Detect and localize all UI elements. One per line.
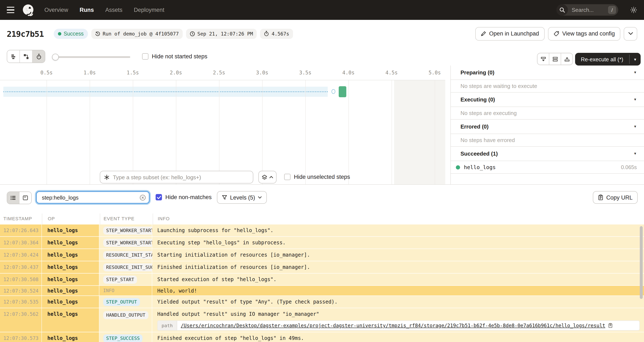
log-message: Handled output "result" using IO manager…	[157, 311, 640, 317]
log-row-3[interactable]: 12:07:30.437hello_logsRESOURCE_INIT_SUCC…	[0, 261, 644, 274]
copy-path-icon[interactable]	[608, 323, 613, 328]
log-event-type: HANDLED_OUTPUT	[99, 308, 152, 332]
log-timestamp[interactable]: 12:07:30.508	[0, 274, 42, 285]
step-section-empty-text: No steps are waiting to execute	[451, 80, 644, 92]
expand-top-panel-button[interactable]	[561, 53, 572, 65]
nav-link-deployment[interactable]: Deployment	[134, 7, 164, 13]
collapse-caret-icon[interactable]: ▼	[634, 70, 637, 74]
run-actions-chevron-button[interactable]	[624, 27, 637, 40]
step-section-header-3[interactable]: Succeeded (1)▼	[451, 147, 644, 161]
collapse-caret-icon[interactable]: ▼	[634, 152, 637, 156]
run-tag-1[interactable]: Sep 21, 12:07:26 PM	[186, 28, 257, 39]
log-filter-input[interactable]	[41, 194, 140, 201]
dagster-logo-icon[interactable]	[21, 3, 35, 17]
gantt-flat-view-button[interactable]	[7, 50, 20, 62]
log-row-0[interactable]: 12:07:26.643hello_logsSTEP_WORKER_STARTI…	[0, 224, 644, 237]
step-waiting-dotted-line	[4, 91, 328, 92]
event-type-badge: INFO	[103, 286, 117, 295]
gantt-view-mode-segmented	[7, 50, 45, 63]
nav-link-assets[interactable]: Assets	[105, 7, 122, 13]
gantt-waterfall-view-button[interactable]	[20, 50, 32, 62]
open-in-launchpad-button[interactable]: Open in Launchpad	[475, 27, 545, 40]
split-panels-button[interactable]	[549, 53, 561, 65]
gridline	[46, 80, 47, 184]
log-event-type: STEP_START	[99, 274, 152, 285]
reexecute-all-button[interactable]: Re-execute all (*) ▾	[575, 53, 640, 66]
log-timestamp[interactable]: 12:07:30.437	[0, 261, 42, 273]
log-op[interactable]: hello_logs	[42, 308, 99, 332]
expand-bottom-panel-button[interactable]	[538, 53, 549, 65]
path-link[interactable]: /Users/erincochran/Desktop/dagster-examp…	[181, 322, 605, 328]
log-op[interactable]: hello_logs	[42, 249, 99, 261]
step-marker-dot[interactable]	[332, 89, 335, 94]
copy-url-button[interactable]: Copy URL	[592, 191, 638, 204]
log-table-rows: 12:07:26.643hello_logsSTEP_WORKER_STARTI…	[0, 224, 644, 342]
levels-dropdown[interactable]: Levels (5)	[217, 191, 267, 204]
log-row-2[interactable]: 12:07:30.424hello_logsRESOURCE_INIT_STAR…	[0, 249, 644, 261]
step-section-header-1[interactable]: Executing (0)▼	[451, 92, 644, 107]
chevron-down-icon	[628, 32, 633, 35]
log-timestamp[interactable]: 12:07:30.524	[0, 286, 42, 296]
graph-query-toggle-button[interactable]	[258, 171, 276, 184]
log-timestamp[interactable]: 12:07:30.562	[0, 308, 42, 332]
column-header-timestamp: TIMESTAMP	[4, 216, 32, 221]
dagster-run-page: OverviewRunsAssetsDeployment Search... /…	[0, 0, 644, 342]
log-row-5[interactable]: 12:07:30.524hello_logsINFOHello, world!	[0, 286, 644, 296]
log-op[interactable]: hello_logs	[42, 237, 99, 248]
log-message: Launching subprocess for "hello_logs".	[157, 228, 273, 233]
step-section-header-0[interactable]: Preparing (0)▼	[451, 66, 644, 80]
reexecute-caret-icon[interactable]: ▾	[630, 53, 640, 66]
log-timestamp[interactable]: 12:07:30.535	[0, 296, 42, 308]
hide-non-matches-checkbox[interactable]	[156, 194, 162, 200]
log-scrollbar-thumb[interactable]	[640, 226, 643, 299]
nav-link-overview[interactable]: Overview	[44, 7, 68, 13]
run-tag-0[interactable]: Run of demo_job @ 4f105077	[91, 28, 183, 39]
log-message: Yielded output "result" of type "Any". (…	[157, 299, 338, 305]
log-timestamp[interactable]: 12:07:26.643	[0, 224, 42, 236]
axis-tick: 4.0s	[342, 70, 354, 76]
log-row-8[interactable]: 12:07:30.573hello_logsSTEP_SUCCESSFinish…	[0, 332, 644, 342]
step-subset-input[interactable]	[112, 174, 253, 181]
succeeded-step-row[interactable]: hello_logs0.065s	[451, 161, 644, 174]
column-header-event-type: EVENT TYPE	[104, 216, 134, 221]
view-tags-config-button[interactable]: View tags and config	[548, 27, 620, 40]
tag-icon	[553, 31, 559, 36]
log-structured-view-button[interactable]	[19, 192, 31, 204]
log-timestamp[interactable]: 12:07:30.424	[0, 249, 42, 261]
collapse-caret-icon[interactable]: ▼	[634, 98, 637, 102]
settings-gear-icon[interactable]	[630, 6, 637, 14]
log-op[interactable]: hello_logs	[42, 286, 99, 296]
log-row-4[interactable]: 12:07:30.508hello_logsSTEP_STARTStarted …	[0, 274, 644, 286]
log-row-6[interactable]: 12:07:30.535hello_logsSTEP_OUTPUTYielded…	[0, 296, 644, 308]
gantt-step-bar-hello-logs[interactable]	[339, 86, 346, 97]
log-list-view-button[interactable]	[7, 192, 19, 204]
log-op[interactable]: hello_logs	[42, 274, 99, 285]
gantt-section: 0.5s1.0s1.5s2.0s2.5s3.0s3.5s4.0s4.5s5.0s	[0, 66, 644, 184]
collapse-caret-icon[interactable]: ▼	[634, 125, 637, 128]
gridline	[348, 80, 349, 184]
log-toolbar: Hide non-matches Levels (5) Copy URL	[0, 185, 644, 214]
log-op[interactable]: hello_logs	[42, 332, 99, 342]
hide-not-started-checkbox[interactable]	[142, 53, 148, 60]
log-op[interactable]: hello_logs	[42, 261, 99, 273]
hamburger-menu-icon[interactable]	[6, 5, 16, 15]
event-type-badge: STEP_START	[103, 276, 137, 284]
nav-link-runs[interactable]: Runs	[80, 7, 94, 13]
gantt-timed-view-button[interactable]	[32, 50, 45, 62]
slider-thumb[interactable]	[52, 54, 59, 60]
step-section-empty-text: No steps have errored	[451, 134, 644, 147]
log-row-7[interactable]: 12:07:30.562hello_logsHANDLED_OUTPUTHand…	[0, 308, 644, 332]
step-section-header-2[interactable]: Errored (0)▼	[451, 120, 644, 134]
hide-unselected-checkbox[interactable]	[284, 174, 290, 180]
log-timestamp[interactable]: 12:07:30.364	[0, 237, 42, 248]
log-op[interactable]: hello_logs	[42, 224, 99, 236]
search-input[interactable]: Search... /	[556, 4, 618, 16]
gantt-zoom-slider[interactable]	[52, 54, 130, 60]
log-op[interactable]: hello_logs	[42, 296, 99, 308]
filter-funnel-icon	[222, 195, 227, 200]
run-tag-2[interactable]: 4.567s	[260, 28, 293, 39]
log-row-1[interactable]: 12:07:30.364hello_logsSTEP_WORKER_STARTE…	[0, 237, 644, 249]
gantt-chart	[0, 80, 445, 184]
clear-filter-icon[interactable]	[140, 194, 146, 200]
log-timestamp[interactable]: 12:07:30.573	[0, 332, 42, 342]
